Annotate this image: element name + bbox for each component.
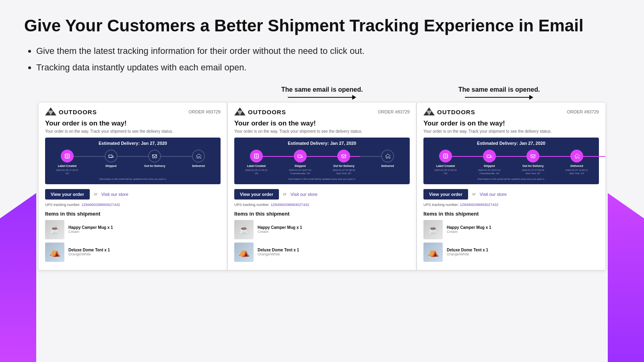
step-0: Label Created2020-01-25 17:45:37US [53,150,81,174]
arrow-head-2 [529,95,533,100]
order-title: Your order is on the way! [45,119,221,128]
items-title: Items in this shipment [234,211,410,217]
svg-rect-26 [531,155,535,158]
svg-point-25 [489,157,490,158]
visit-store-link[interactable]: Visit our store [480,192,507,197]
tracking-banner: Estimated Delivery: Jan 27, 2020Label Cr… [45,138,221,184]
card-header: OUTDOORS ORDER #83729 [39,103,227,119]
track-line-bg [61,156,204,157]
step-1: Shipped2020-01-25 18:57:41Charlottesvill… [475,150,504,174]
item-name-0: Happy Camper Mug x 1 [447,225,491,230]
arrow-line-1 [288,95,356,100]
step-location-0: US [255,172,258,175]
step-circle-3 [192,150,205,162]
step-label-2: Out for Delivery [333,165,355,168]
step-label-3: Delivered [192,165,205,168]
step-label-0: Label Created [247,165,266,168]
step-circle-2 [526,150,539,162]
brand-logo: OUTDOORS [45,107,97,116]
card-header: OUTDOORS ORDER #83729 [417,103,605,119]
feature-list: Give them the latest tracking informatio… [24,44,620,74]
arrow-line-2 [465,95,533,100]
banner-footer: Information in this email will be update… [428,178,594,180]
svg-point-7 [111,157,112,158]
progress-track: Label Created2020-01-25 17:45:37USShippe… [428,150,594,174]
item-info-0: Happy Camper Mug x 1 Cream [68,225,113,234]
brand-icon [45,107,56,116]
arrow-block-1: The same email is opened. [233,86,411,100]
page-wrapper: Give Your Customers a Better Shipment Tr… [0,0,644,362]
item-image-mug [234,220,254,239]
banner-title: Estimated Delivery: Jan 27, 2020 [50,141,216,146]
brand-icon [234,107,246,116]
order-number: ORDER #83729 [189,109,221,114]
step-label-1: Shipped [484,165,495,168]
banner-footer: Information in this email will be update… [50,178,216,180]
tracking-link[interactable]: 1Z84900298993027432 [271,203,310,207]
step-circle-0 [61,150,74,162]
step-label-1: Shipped [105,165,117,168]
arrow-body-2 [465,97,529,98]
step-circle-0 [439,150,452,162]
items-title: Items in this shipment [423,211,599,217]
step-circle-1 [294,150,307,162]
feature-item-2: Tracking data instantly updates with eac… [36,61,620,74]
step-date-2: 2020-01-27 07:08:26 [332,169,355,171]
card-actions: View your order or Visit our store [234,188,410,200]
tracking-link[interactable]: 1Z84900298993027432 [460,203,499,207]
tracking-number: UPS tracking number: 1Z84900298993027432 [45,203,221,207]
step-location-2: New York, NY [336,172,351,175]
visit-store-link[interactable]: Visit our store [101,192,128,197]
step-date-2: 2020-01-27 07:08:26 [522,169,544,171]
step-circle-1 [483,150,496,162]
item-name-1: Deluxe Dome Tent x 1 [68,248,110,252]
card-actions: View your order or Visit our store [423,188,599,200]
item-row-1: Deluxe Dome Tent x 1 Orange/White [45,243,221,262]
step-3: Delivered2020-01-27 14:28:11New York, NY [563,150,591,174]
view-order-button[interactable]: View your order [234,189,279,200]
step-location-2: New York, NY [526,172,541,175]
item-image-mug [45,220,64,239]
step-1: Shipped2020-01-25 18:57:41Charlottesvill… [286,150,314,174]
step-circle-2 [148,150,161,162]
card-header: OUTDOORS ORDER #83729 [228,103,416,119]
view-order-button[interactable]: View your order [423,189,468,200]
item-variant-1: Orange/White [447,252,488,256]
cards-container: OUTDOORS ORDER #83729 Your order is on t… [24,102,620,270]
item-variant-1: Orange/White [68,252,110,256]
step-circle-0 [250,150,263,162]
progress-track: Label Created2020-01-25 17:45:37USShippe… [50,150,216,174]
item-variant-0: Cream [258,230,302,234]
step-date-0: 2020-01-25 17:45:37 [434,169,457,171]
arrow-head-1 [352,95,356,100]
item-row-1: Deluxe Dome Tent x 1 Orange/White [234,243,410,262]
arrow-body-1 [288,97,352,98]
order-subtitle: Your order is on the way. Track your shi… [234,129,410,134]
tracking-link[interactable]: 1Z84900298993027432 [82,203,120,207]
tracking-banner: Estimated Delivery: Jan 27, 2020Label Cr… [423,138,599,184]
brand-icon [423,107,435,116]
step-0: Label Created2020-01-25 17:45:37US [242,150,270,174]
step-circle-2 [337,150,350,162]
banner-footer: Information in this email will be update… [239,178,405,180]
view-order-button[interactable]: View your order [45,189,90,200]
items-title: Items in this shipment [45,211,221,217]
or-text: or [283,192,287,196]
visit-store-link[interactable]: Visit our store [291,192,318,197]
card-body: Your order is on the way! Your order is … [39,119,227,269]
brand-logo: OUTDOORS [234,107,286,116]
brand-name: OUTDOORS [437,109,475,115]
email-card-card-1: OUTDOORS ORDER #83729 Your order is on t… [38,102,227,270]
order-title: Your order is on the way! [423,119,599,128]
arrow-label-1: The same email is opened. [281,86,363,93]
step-2: Out for Delivery [140,150,169,168]
step-label-0: Label Created [436,165,455,168]
step-location-1: Charlottesville, VA [290,172,310,175]
brand-name: OUTDOORS [59,109,97,115]
step-location-0: US [444,172,447,175]
item-image-tent [45,243,64,262]
tracking-number: UPS tracking number: 1Z84900298993027432 [423,203,599,207]
step-label-1: Shipped [295,165,306,168]
or-text: or [94,192,97,196]
svg-point-24 [487,157,489,158]
